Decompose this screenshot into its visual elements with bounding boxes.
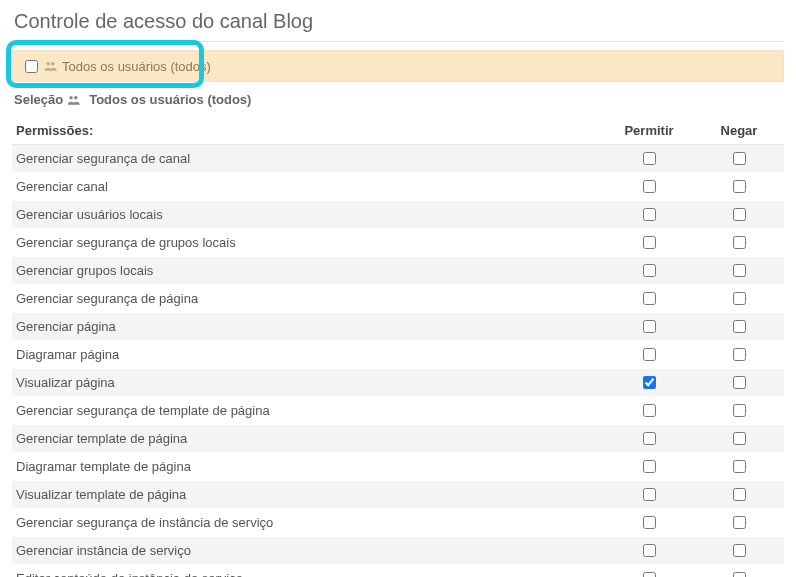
allow-checkbox[interactable] xyxy=(643,152,656,165)
permission-label: Gerenciar canal xyxy=(12,173,604,201)
svg-point-1 xyxy=(51,62,55,65)
allow-checkbox[interactable] xyxy=(643,376,656,389)
allow-checkbox[interactable] xyxy=(643,516,656,529)
allow-checkbox[interactable] xyxy=(643,460,656,473)
svg-point-2 xyxy=(69,95,73,99)
users-icon xyxy=(44,60,58,72)
group-row[interactable]: Todos os usuários (todos) xyxy=(12,50,784,82)
table-row: Gerenciar usuários locais xyxy=(12,201,784,229)
permission-label: Visualizar página xyxy=(12,369,604,397)
table-row: Visualizar template de página xyxy=(12,481,784,509)
table-row: Editar conteúdo de instância de serviço xyxy=(12,565,784,578)
divider xyxy=(12,41,784,42)
allow-checkbox[interactable] xyxy=(643,404,656,417)
table-row: Gerenciar segurança de página xyxy=(12,285,784,313)
deny-checkbox[interactable] xyxy=(733,488,746,501)
table-row: Gerenciar segurança de instância de serv… xyxy=(12,509,784,537)
deny-checkbox[interactable] xyxy=(733,432,746,445)
permission-label: Gerenciar grupos locais xyxy=(12,257,604,285)
allow-checkbox[interactable] xyxy=(643,572,656,577)
deny-checkbox[interactable] xyxy=(733,516,746,529)
allow-checkbox[interactable] xyxy=(643,432,656,445)
deny-checkbox[interactable] xyxy=(733,348,746,361)
allow-checkbox[interactable] xyxy=(643,292,656,305)
permission-label: Gerenciar template de página xyxy=(12,425,604,453)
permission-label: Editar conteúdo de instância de serviço xyxy=(12,565,604,578)
selection-prefix: Seleção xyxy=(14,92,63,107)
allow-checkbox[interactable] xyxy=(643,320,656,333)
svg-point-3 xyxy=(74,95,78,99)
permission-label: Gerenciar página xyxy=(12,313,604,341)
deny-checkbox[interactable] xyxy=(733,236,746,249)
allow-checkbox[interactable] xyxy=(643,208,656,221)
table-row: Diagramar template de página xyxy=(12,453,784,481)
deny-checkbox[interactable] xyxy=(733,264,746,277)
permission-label: Gerenciar segurança de página xyxy=(12,285,604,313)
deny-checkbox[interactable] xyxy=(733,208,746,221)
permission-label: Gerenciar segurança de grupos locais xyxy=(12,229,604,257)
permission-label: Diagramar template de página xyxy=(12,453,604,481)
table-row: Gerenciar segurança de grupos locais xyxy=(12,229,784,257)
group-label: Todos os usuários (todos) xyxy=(62,59,211,74)
col-deny: Negar xyxy=(694,117,784,145)
allow-checkbox[interactable] xyxy=(643,264,656,277)
table-row: Gerenciar segurança de canal xyxy=(12,145,784,173)
deny-checkbox[interactable] xyxy=(733,320,746,333)
table-row: Gerenciar canal xyxy=(12,173,784,201)
permission-label: Gerenciar segurança de template de págin… xyxy=(12,397,604,425)
deny-checkbox[interactable] xyxy=(733,292,746,305)
permissions-table: Permissões: Permitir Negar Gerenciar seg… xyxy=(12,117,784,577)
svg-point-0 xyxy=(46,62,50,65)
deny-checkbox[interactable] xyxy=(733,180,746,193)
table-row: Gerenciar segurança de template de págin… xyxy=(12,397,784,425)
col-permissions: Permissões: xyxy=(12,117,604,145)
table-row: Gerenciar instância de serviço xyxy=(12,537,784,565)
table-row: Gerenciar grupos locais xyxy=(12,257,784,285)
group-select-checkbox[interactable] xyxy=(25,60,38,73)
table-row: Visualizar página xyxy=(12,369,784,397)
allow-checkbox[interactable] xyxy=(643,544,656,557)
users-icon xyxy=(67,94,81,106)
permission-label: Gerenciar segurança de canal xyxy=(12,145,604,173)
allow-checkbox[interactable] xyxy=(643,180,656,193)
permission-label: Gerenciar segurança de instância de serv… xyxy=(12,509,604,537)
allow-checkbox[interactable] xyxy=(643,488,656,501)
selection-group: Todos os usuários (todos) xyxy=(89,92,251,107)
permission-label: Diagramar página xyxy=(12,341,604,369)
deny-checkbox[interactable] xyxy=(733,376,746,389)
table-row: Gerenciar página xyxy=(12,313,784,341)
table-row: Diagramar página xyxy=(12,341,784,369)
deny-checkbox[interactable] xyxy=(733,544,746,557)
deny-checkbox[interactable] xyxy=(733,152,746,165)
deny-checkbox[interactable] xyxy=(733,460,746,473)
deny-checkbox[interactable] xyxy=(733,572,746,577)
permission-label: Gerenciar instância de serviço xyxy=(12,537,604,565)
allow-checkbox[interactable] xyxy=(643,348,656,361)
table-row: Gerenciar template de página xyxy=(12,425,784,453)
selection-summary: Seleção Todos os usuários (todos) xyxy=(0,82,796,111)
allow-checkbox[interactable] xyxy=(643,236,656,249)
deny-checkbox[interactable] xyxy=(733,404,746,417)
col-allow: Permitir xyxy=(604,117,694,145)
permission-label: Visualizar template de página xyxy=(12,481,604,509)
page-title: Controle de acesso do canal Blog xyxy=(0,0,796,39)
permission-label: Gerenciar usuários locais xyxy=(12,201,604,229)
